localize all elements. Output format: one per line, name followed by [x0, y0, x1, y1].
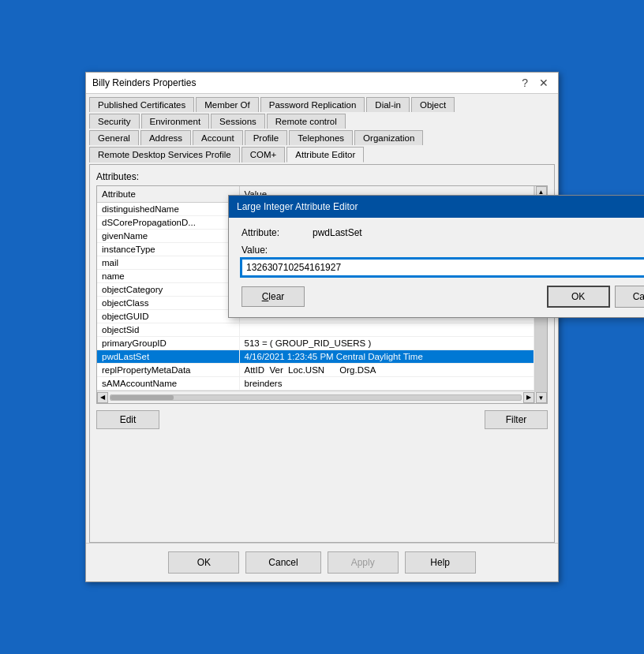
dialog-ok-button[interactable]: OK — [547, 286, 610, 308]
large-integer-dialog: Large Integer Attribute Editor ✕ Attribu… — [228, 195, 644, 318]
main-window: Billy Reinders Properties ? ✕ Published … — [85, 72, 559, 582]
dialog-title-bar: Large Integer Attribute Editor ✕ — [229, 196, 644, 218]
dialog-cancel-button[interactable]: Cancel — [615, 286, 644, 308]
ok-cancel-group: OK Cancel — [547, 286, 644, 308]
value-input[interactable] — [242, 259, 644, 276]
attribute-value: pwdLastSet — [313, 227, 362, 238]
dialog-overlay: Large Integer Attribute Editor ✕ Attribu… — [86, 73, 558, 581]
attribute-label: Attribute: — [242, 227, 305, 238]
dialog-body: Attribute: pwdLastSet Value: Clear OK Ca… — [229, 218, 644, 317]
clear-button[interactable]: Clear — [242, 286, 305, 307]
dialog-title: Large Integer Attribute Editor — [237, 201, 358, 212]
value-label: Value: — [242, 245, 644, 256]
dialog-actions: Clear OK Cancel — [242, 286, 644, 308]
attribute-row: Attribute: pwdLastSet — [242, 227, 644, 238]
value-section: Value: — [242, 245, 644, 276]
clear-rest: lear — [268, 291, 284, 302]
